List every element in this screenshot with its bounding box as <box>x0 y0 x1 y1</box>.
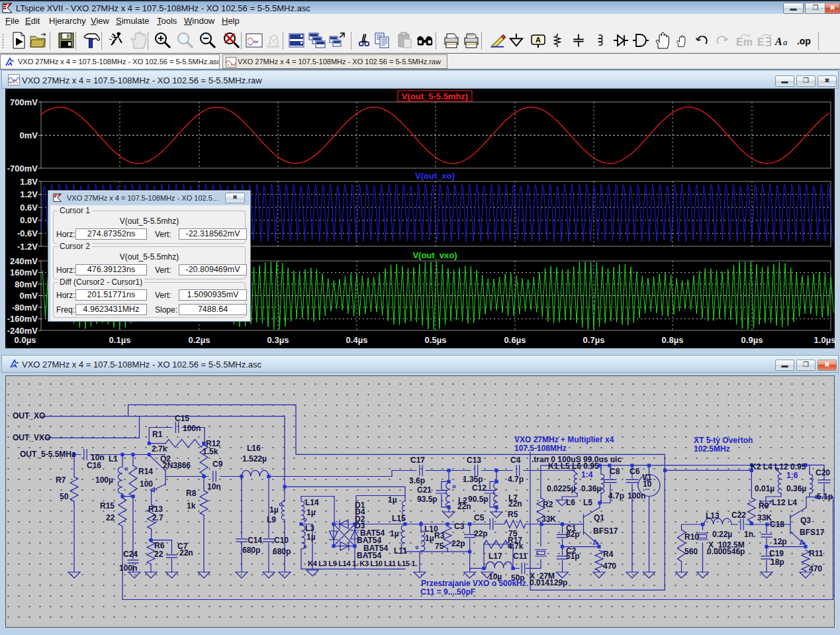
svg-text:K4 L3 L9 L14 1. K3 L10 L11 L15: K4 L3 L9 L14 1. K3 L10 L11 L15 1. <box>308 560 417 567</box>
svg-text:10n: 10n <box>207 482 221 491</box>
svg-text:C12: C12 <box>472 483 487 493</box>
svg-text:100n: 100n <box>183 424 201 433</box>
svg-text:2.7k: 2.7k <box>152 444 167 454</box>
svg-text:L5: L5 <box>583 498 592 507</box>
svg-text:R10: R10 <box>684 532 699 542</box>
svg-text:2N3866: 2N3866 <box>163 461 191 470</box>
svg-text:0.36µ: 0.36µ <box>786 484 806 493</box>
svg-text:82p: 82p <box>566 530 580 539</box>
svg-text:V(out_vxo): V(out_vxo) <box>412 250 457 260</box>
svg-text:1µ: 1µ <box>425 534 434 543</box>
svg-text:102.5MHz: 102.5MHz <box>694 444 730 454</box>
svg-text:BAT54: BAT54 <box>357 551 381 560</box>
svg-text:A: A <box>774 36 782 47</box>
svg-text:1.5k: 1.5k <box>203 447 218 456</box>
svg-text:XT 5-ty Overton: XT 5-ty Overton <box>694 436 753 445</box>
svg-text:-700mV: -700mV <box>7 164 38 173</box>
svg-text:R2: R2 <box>543 500 553 509</box>
svg-text:107.5-108MHz: 107.5-108MHz <box>514 444 567 453</box>
svg-text:0.22µ: 0.22µ <box>712 530 732 539</box>
svg-text:R11: R11 <box>809 549 823 558</box>
svg-text:A: A <box>536 36 541 44</box>
svg-text:C11 = 9....50pF: C11 = 9....50pF <box>420 587 475 597</box>
svg-text:K2 L4 L12 0.95: K2 L4 L12 0.95 <box>751 462 806 471</box>
svg-text:93.5p: 93.5p <box>417 495 438 504</box>
svg-text:0.8µs: 0.8µs <box>662 335 684 345</box>
svg-text:-0.6V: -0.6V <box>17 228 38 238</box>
svg-text:0.0V: 0.0V <box>20 215 38 225</box>
svg-text:1.35p: 1.35p <box>463 475 483 484</box>
svg-text:L9: L9 <box>267 515 276 524</box>
svg-text:1.0µs: 1.0µs <box>814 335 835 345</box>
svg-text:BFS17: BFS17 <box>800 528 825 537</box>
svg-text:C19: C19 <box>769 549 784 558</box>
svg-text:L11: L11 <box>394 546 407 556</box>
svg-text:160mV: 160mV <box>10 268 38 277</box>
svg-text:L15: L15 <box>392 514 406 523</box>
svg-text:OUT_VXO: OUT_VXO <box>13 433 50 442</box>
svg-text:-160mV: -160mV <box>7 314 38 324</box>
svg-text:R4: R4 <box>603 550 614 559</box>
svg-text:C16: C16 <box>87 461 101 470</box>
svg-text:1µ: 1µ <box>306 508 316 517</box>
svg-text:C3: C3 <box>454 522 465 531</box>
svg-text:0.5µs: 0.5µs <box>425 335 447 345</box>
svg-text:80mV: 80mV <box>15 279 38 289</box>
svg-text:1µ: 1µ <box>306 532 316 542</box>
svg-text:0.01µ: 0.01µ <box>755 484 774 493</box>
svg-text:4.7p: 4.7p <box>608 491 624 501</box>
svg-text:470: 470 <box>809 564 822 573</box>
svg-text:K1 L5 L6 0.95: K1 L5 L6 0.95 <box>548 462 599 471</box>
svg-text:L14: L14 <box>305 498 319 507</box>
svg-text:L13: L13 <box>706 511 720 520</box>
svg-text:C9: C9 <box>212 460 223 469</box>
svg-text:C14: C14 <box>248 536 262 545</box>
svg-text:VXO 27MHz + Multiplier x4: VXO 27MHz + Multiplier x4 <box>514 435 614 444</box>
svg-text:C21: C21 <box>417 485 432 495</box>
svg-text:1.522µ: 1.522µ <box>242 454 267 464</box>
svg-text:L1: L1 <box>109 454 118 464</box>
svg-text:R3: R3 <box>434 531 445 540</box>
svg-text:1µ: 1µ <box>269 505 279 514</box>
svg-text:12p: 12p <box>773 537 787 546</box>
svg-text:18p: 18p <box>770 558 784 567</box>
svg-text:0.4µs: 0.4µs <box>346 335 368 345</box>
svg-text:4.7p: 4.7p <box>508 475 524 484</box>
svg-text:0.0µs: 0.0µs <box>15 335 36 345</box>
svg-text:0.000546p: 0.000546p <box>707 547 745 556</box>
svg-text:C11: C11 <box>513 552 528 561</box>
svg-text:0.36µ: 0.36µ <box>581 484 601 493</box>
svg-text:75: 75 <box>435 542 444 551</box>
svg-text:10: 10 <box>643 479 652 489</box>
svg-text:0.6V: 0.6V <box>20 203 38 213</box>
svg-text:100n: 100n <box>119 563 137 573</box>
svg-text:22n: 22n <box>179 548 193 558</box>
svg-text:0.0225µ: 0.0225µ <box>547 484 576 493</box>
svg-text:51p: 51p <box>566 552 580 561</box>
svg-text:OUT_XO: OUT_XO <box>13 411 45 420</box>
svg-text:C22: C22 <box>731 511 746 520</box>
svg-text:0.3µs: 0.3µs <box>267 335 289 345</box>
svg-text:5.1p: 5.1p <box>817 492 833 501</box>
svg-text:R13: R13 <box>148 505 163 514</box>
svg-text:22p: 22p <box>474 529 488 538</box>
svg-text:L16: L16 <box>247 444 261 453</box>
svg-text:C20: C20 <box>816 468 830 477</box>
svg-text:1µ: 1µ <box>388 495 397 505</box>
svg-text:22: 22 <box>106 513 115 522</box>
svg-text:L3: L3 <box>305 524 314 533</box>
svg-text:700mV: 700mV <box>10 97 38 107</box>
svg-text:C17: C17 <box>410 456 425 465</box>
svg-text:C15: C15 <box>175 414 189 423</box>
svg-text:Q3: Q3 <box>800 516 811 525</box>
svg-text:1:6: 1:6 <box>786 471 798 480</box>
svg-text:C5: C5 <box>474 513 485 522</box>
svg-text:100: 100 <box>140 479 153 489</box>
svg-text:1k: 1k <box>187 501 196 511</box>
svg-text:0.2µs: 0.2µs <box>189 335 210 345</box>
svg-text:C4: C4 <box>510 456 521 465</box>
svg-text:R1: R1 <box>152 430 163 439</box>
svg-text:90.5p: 90.5p <box>468 495 489 504</box>
svg-text:4.7k: 4.7k <box>508 542 524 551</box>
svg-text:E: E <box>757 36 765 48</box>
